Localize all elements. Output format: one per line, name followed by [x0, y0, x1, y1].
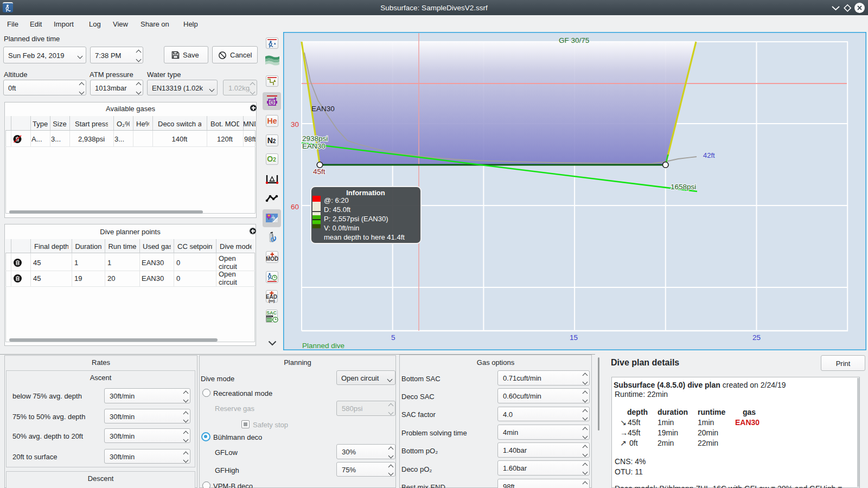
svg-text:D: 45.0ft: D: 45.0ft: [324, 206, 351, 214]
svg-text:2938psi: 2938psi: [302, 134, 328, 143]
svg-text:mean depth to here 41.4ft: mean depth to here 41.4ft: [324, 233, 405, 241]
svg-text:Planned dive: Planned dive: [302, 342, 344, 350]
svg-text:P: 2,557psi (EAN30): P: 2,557psi (EAN30): [324, 215, 388, 223]
svg-text:GF 30/75: GF 30/75: [559, 36, 589, 44]
svg-text:30: 30: [291, 120, 299, 129]
svg-text:15: 15: [570, 333, 578, 342]
svg-text:EAN30: EAN30: [302, 142, 326, 150]
svg-text:Information: Information: [346, 189, 385, 197]
svg-text:V: 0.0ft/min: V: 0.0ft/min: [324, 224, 359, 232]
svg-text:60: 60: [291, 203, 299, 211]
svg-text:42ft: 42ft: [703, 151, 715, 159]
svg-text:25: 25: [752, 333, 761, 342]
svg-text:@: 6:20: @: 6:20: [324, 196, 349, 204]
svg-text:45ft: 45ft: [313, 168, 326, 176]
svg-text:EAN30: EAN30: [311, 105, 335, 113]
svg-text:5: 5: [391, 333, 395, 342]
svg-text:1658psi: 1658psi: [671, 183, 696, 191]
